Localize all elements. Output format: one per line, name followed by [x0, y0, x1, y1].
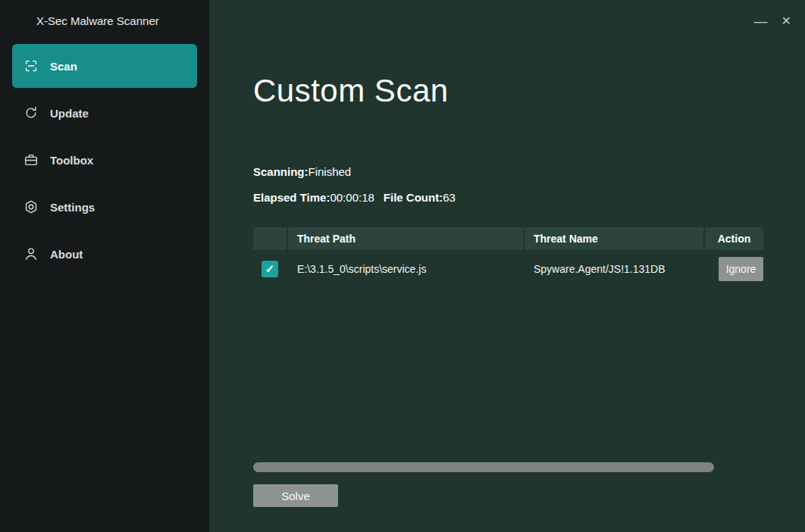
file-count-label: File Count: [384, 191, 443, 204]
app-title: X-Sec Malware Scanner [0, 0, 209, 44]
checkbox-column-header [253, 227, 287, 250]
sidebar-item-toolbox[interactable]: Toolbox [12, 138, 197, 182]
app-window: X-Sec Malware Scanner Scan [0, 0, 805, 532]
action-cell: Ignore [705, 257, 763, 281]
sidebar-item-label: Settings [50, 201, 95, 214]
row-checkbox-cell: ✓ [253, 261, 287, 277]
sidebar-item-label: Update [50, 107, 89, 120]
scan-metrics-line: Elapsed Time:00:00:18File Count:63 [253, 192, 456, 203]
main-content: — ✕ Custom Scan Scanning:Finished Elapse… [209, 0, 805, 532]
settings-icon [23, 199, 39, 215]
threat-table: Threat Path Threat Name Action ✓ E:\3.1.… [253, 227, 763, 283]
scanning-value: Finished [309, 165, 352, 178]
threat-name-header: Threat Name [525, 227, 703, 250]
page-title: Custom Scan [253, 73, 449, 109]
about-icon [23, 246, 39, 262]
scan-status: Scanning:Finished Elapsed Time:00:00:18F… [253, 166, 456, 203]
sidebar-nav: Scan Update [0, 44, 209, 276]
threat-path-header: Threat Path [288, 227, 523, 250]
toolbox-icon [23, 152, 39, 168]
close-button[interactable]: ✕ [782, 14, 791, 29]
window-controls: — ✕ [754, 14, 791, 29]
minimize-button[interactable]: — [754, 14, 768, 29]
action-header: Action [705, 227, 763, 250]
elapsed-time-value: 00:00:18 [330, 191, 374, 204]
sidebar-item-scan[interactable]: Scan [12, 44, 197, 88]
update-icon [23, 105, 39, 121]
scanning-label: Scanning: [253, 165, 309, 178]
sidebar-item-label: Toolbox [50, 154, 93, 167]
sidebar-item-settings[interactable]: Settings [12, 185, 197, 229]
elapsed-time-label: Elapsed Time: [253, 191, 330, 204]
scrollbar-thumb[interactable] [253, 462, 714, 472]
threat-name-cell: Spyware.Agent/JS!1.131DB [525, 263, 703, 275]
row-checkbox[interactable]: ✓ [262, 261, 278, 277]
solve-button[interactable]: Solve [253, 484, 338, 507]
table-header-row: Threat Path Threat Name Action [253, 227, 763, 250]
sidebar-item-update[interactable]: Update [12, 91, 197, 135]
sidebar: X-Sec Malware Scanner Scan [0, 0, 209, 532]
horizontal-scrollbar [253, 462, 763, 472]
sidebar-item-about[interactable]: About [12, 232, 197, 276]
scan-icon [23, 58, 39, 74]
sidebar-item-label: Scan [50, 60, 77, 73]
threat-path-cell: E:\3.1.5_0\scripts\service.js [288, 263, 523, 275]
file-count-value: 63 [443, 191, 456, 204]
sidebar-item-label: About [50, 248, 83, 261]
ignore-button[interactable]: Ignore [719, 257, 763, 281]
table-row: ✓ E:\3.1.5_0\scripts\service.js Spyware.… [253, 255, 763, 283]
scanning-status-line: Scanning:Finished [253, 166, 456, 177]
